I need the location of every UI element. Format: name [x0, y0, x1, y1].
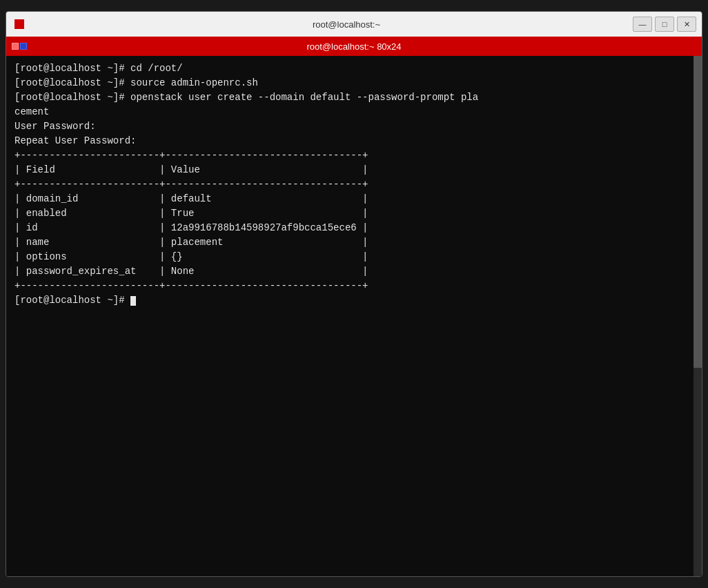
window-title: root@localhost:~ — [60, 19, 633, 30]
terminal-line: [root@localhost ~]# source admin-openrc.… — [14, 76, 694, 90]
terminal-line: [root@localhost ~]# cd /root/ — [14, 61, 694, 76]
title-bar: root@localhost:~ — □ ✕ — [6, 12, 702, 37]
terminal-line: | domain_id | default | — [14, 192, 694, 206]
terminal-body[interactable]: [root@localhost ~]# cd /root/ [root@loca… — [6, 56, 702, 576]
terminal-line: +------------------------+--------------… — [14, 177, 694, 192]
terminal-line: User Password: — [14, 119, 694, 134]
terminal-line: | name | placement | — [14, 235, 694, 250]
tab-icons — [12, 43, 27, 50]
terminal-output: [root@localhost ~]# cd /root/ [root@loca… — [14, 61, 694, 308]
minimize-button[interactable]: — — [633, 17, 652, 32]
maximize-button[interactable]: □ — [655, 17, 674, 32]
terminal-cursor — [130, 296, 136, 306]
terminal-line: cement — [14, 105, 694, 119]
close-button[interactable]: ✕ — [677, 17, 696, 32]
tab-bar: root@localhost:~ 80x24 — [6, 37, 702, 56]
scrollbar-thumb[interactable] — [694, 56, 702, 368]
scrollbar[interactable] — [694, 56, 702, 576]
terminal-line: | id | 12a9916788b14598927af9bcca15ece6 … — [14, 221, 694, 235]
terminal-line: +------------------------+--------------… — [14, 148, 694, 163]
tab-label: root@localhost:~ 80x24 — [306, 41, 401, 52]
terminal-line: | options | {} | — [14, 250, 694, 264]
terminal-line: +------------------------+--------------… — [14, 279, 694, 293]
terminal-line: | Field | Value | — [14, 163, 694, 177]
terminal-line: [root@localhost ~]# openstack user creat… — [14, 90, 694, 105]
terminal-line: | password_expires_at | None | — [14, 264, 694, 279]
terminal-line: Repeat User Password: — [14, 134, 694, 148]
terminal-window: root@localhost:~ — □ ✕ root@localhost:~ … — [6, 11, 702, 577]
window-controls: — □ ✕ — [633, 17, 696, 32]
terminal-line: | enabled | True | — [14, 206, 694, 221]
terminal-prompt: [root@localhost ~]# — [14, 293, 694, 308]
